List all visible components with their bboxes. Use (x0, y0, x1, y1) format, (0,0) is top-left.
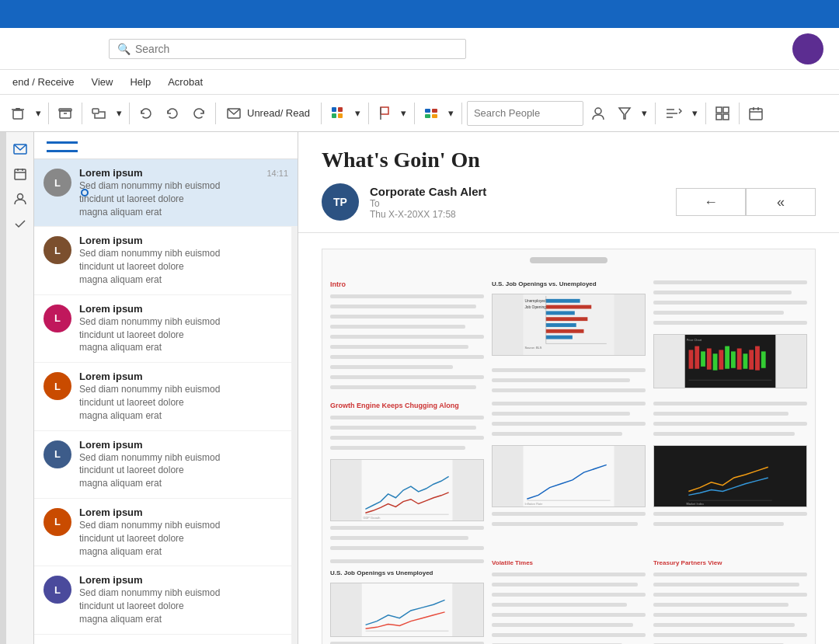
redo-button[interactable] (187, 99, 211, 127)
unread-read-button[interactable]: Unread/ Read (221, 99, 316, 127)
nl-scroll-indicator (530, 257, 607, 263)
flag-button[interactable] (374, 99, 395, 127)
contact-icon-button[interactable] (587, 99, 610, 127)
move-button[interactable] (87, 99, 110, 127)
nl-col-2: U.S. Job Openings vs. Unemployed Unemplo… (492, 280, 646, 394)
mail-sender-4: Lorem ipsum (79, 439, 282, 451)
archive-button[interactable] (54, 99, 77, 127)
move-dropdown-button[interactable]: ▾ (113, 99, 124, 127)
svg-rect-8 (332, 107, 336, 112)
menu-acrobat[interactable]: Acrobat (163, 75, 207, 89)
contacts-nav-icon[interactable] (9, 188, 31, 210)
apps-dropdown-button[interactable]: ▾ (353, 99, 364, 127)
delete-dropdown-button[interactable]: ▾ (33, 99, 44, 127)
delete-button[interactable] (6, 99, 30, 127)
view-toggle-button[interactable] (711, 99, 734, 127)
sort-dropdown-button[interactable]: ▾ (690, 99, 701, 127)
sender-row: TP Corporate Cash Alert To Thu X-X-20XX … (322, 183, 816, 221)
svg-text:Price Chart: Price Chart (687, 338, 702, 342)
mail-nav-icon[interactable] (9, 138, 31, 160)
categorize-button[interactable] (420, 99, 443, 127)
calendar-nav-icon[interactable] (9, 163, 31, 185)
nl-mid-col-2: Inflation Rate (492, 402, 646, 552)
mail-list-item-5[interactable]: L Lorem ipsum Sed diam nonummy nibh euis… (34, 499, 298, 566)
nl-text-c2-1 (492, 368, 646, 372)
svg-text:Job Openings: Job Openings (524, 305, 548, 309)
nl-text-2 (330, 305, 476, 308)
mail-preview-6: Sed diam nonummy nibh euismodtincidunt u… (79, 587, 282, 625)
header-bar-2 (47, 150, 78, 152)
sort-button[interactable] (660, 99, 687, 127)
separator-6 (368, 103, 369, 124)
toolbar: ▾ ▾ Unread/ Read ▾ ▾ (0, 95, 839, 132)
menu-send-receive[interactable]: end / Receive (8, 75, 79, 89)
nl-mid-section: Growth Engine Keeps Chugging Along G (330, 402, 807, 552)
separator-4 (215, 103, 216, 124)
nl-text-5 (330, 335, 484, 339)
search-people-input[interactable] (467, 101, 583, 126)
calendar-button[interactable] (744, 99, 768, 127)
mail-avatar-4: L (44, 440, 71, 468)
categorize-dropdown-button[interactable]: ▾ (446, 99, 457, 127)
nl-chart-3: GDP Growth (330, 459, 484, 521)
nl-col-3: Price Chart (653, 280, 807, 394)
nl-text-c3-1 (653, 280, 807, 284)
mail-content-2: Lorem ipsum Sed diam nonummy nibh euismo… (79, 303, 282, 354)
nl-chart-6 (330, 583, 484, 637)
search-input[interactable] (135, 43, 458, 55)
filter-dropdown-button[interactable]: ▾ (639, 99, 650, 127)
nl-chart-2: Price Chart (653, 334, 807, 388)
nl-text-7 (330, 355, 484, 359)
nl-chart-1: Unemployed Job Openings (492, 294, 646, 356)
mail-preview-1: Sed diam nonummy nibh euismodtincidunt u… (79, 247, 282, 286)
separator-11 (739, 103, 740, 124)
svg-rect-16 (432, 114, 437, 118)
sender-to: To (370, 198, 665, 209)
nl-bot-col-3: Treasury Partners View (653, 559, 807, 644)
reading-body[interactable]: Intro U.S. Job Openings (298, 233, 839, 644)
undo2-button[interactable] (161, 99, 184, 127)
mail-content-1: Lorem ipsum Sed diam nonummy nibh euismo… (79, 235, 282, 286)
mail-list-item-1[interactable]: L Lorem ipsum Sed diam nonummy nibh euis… (34, 227, 298, 294)
mail-sender-5: Lorem ipsum (79, 506, 282, 518)
nl-bot-col-2: Volatile Times (492, 559, 646, 644)
mail-avatar-0: L (44, 169, 71, 197)
nl-bot-col-1: U.S. Job Openings vs Unemployed (330, 559, 484, 644)
reply-buttons: ← « (676, 188, 816, 216)
nl-text-10 (330, 385, 476, 389)
menu-view[interactable]: View (87, 75, 118, 89)
mail-list-item-6[interactable]: L Lorem ipsum Sed diam nonummy nibh euis… (34, 566, 298, 634)
flag-dropdown-button[interactable]: ▾ (399, 99, 409, 127)
reply-button[interactable]: ← (676, 188, 746, 216)
mail-list-item-3[interactable]: L Lorem ipsum Sed diam nonummy nibh euis… (34, 363, 298, 430)
svg-rect-52 (695, 346, 699, 369)
left-nav-bar (0, 132, 6, 644)
nl-text-4 (330, 325, 465, 329)
mail-content-3: Lorem ipsum Sed diam nonummy nibh euismo… (79, 371, 282, 422)
mail-list-item-4[interactable]: L Lorem ipsum Sed diam nonummy nibh euis… (34, 431, 298, 499)
svg-rect-43 (546, 323, 576, 327)
apps-button[interactable] (326, 99, 350, 127)
svg-rect-71 (685, 446, 776, 506)
reply-all-button[interactable]: « (746, 188, 816, 216)
mail-list-pane: L Lorem ipsum Sed diam nonummy nibh euis… (34, 132, 298, 644)
undo-button[interactable] (134, 99, 158, 127)
menu-help[interactable]: Help (125, 75, 155, 89)
separator-9 (655, 103, 656, 124)
svg-rect-54 (707, 348, 712, 369)
mail-list-item-2[interactable]: L Lorem ipsum Sed diam nonummy nibh euis… (34, 295, 298, 363)
nl-text-3 (330, 315, 484, 319)
svg-rect-74 (362, 583, 453, 636)
nl-mid-col-3: Market Index (653, 402, 807, 552)
nl-bot-title-2: Volatile Times (492, 559, 646, 566)
filter-button[interactable] (613, 99, 636, 127)
tasks-nav-icon[interactable] (9, 213, 31, 235)
user-avatar[interactable] (792, 33, 823, 64)
svg-rect-0 (13, 110, 23, 119)
unread-read-label: Unread/ Read (247, 107, 310, 119)
mail-list-scroll[interactable]: L Lorem ipsum Sed diam nonummy nibh euis… (34, 159, 298, 644)
mail-list-item-0[interactable]: L Lorem ipsum Sed diam nonummy nibh euis… (34, 159, 298, 227)
svg-rect-51 (689, 350, 694, 368)
nl-chart-title-1: U.S. Job Openings vs. Unemployed (492, 280, 646, 287)
svg-rect-60 (743, 353, 748, 368)
